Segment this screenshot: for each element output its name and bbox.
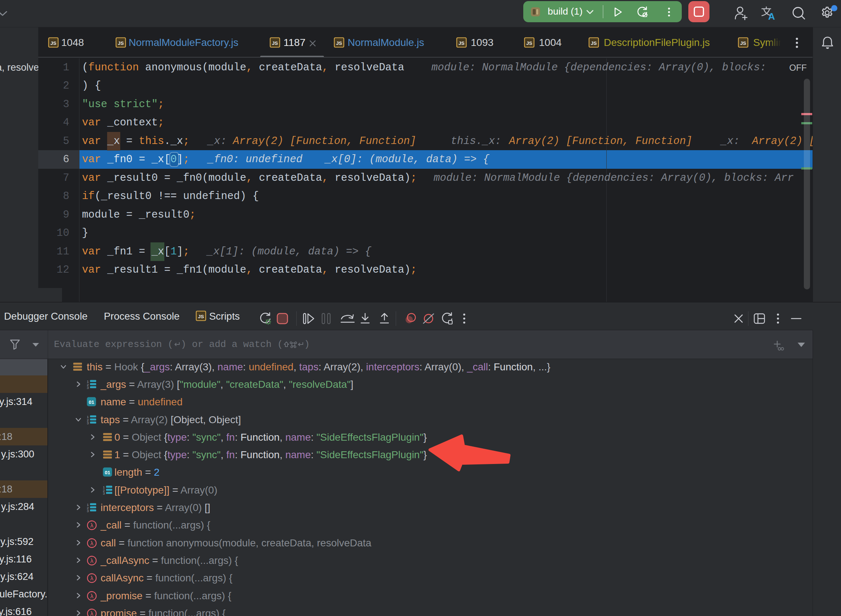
svg-text:λ: λ [90,610,94,616]
svg-text:λ: λ [90,557,94,564]
svg-text:JS: JS [336,41,342,46]
svg-text:JS: JS [459,41,464,46]
svg-text:JS: JS [198,314,204,319]
svg-text:λ: λ [90,522,94,529]
svg-text:λ: λ [90,540,94,547]
svg-text:01: 01 [105,470,110,475]
svg-text:JS: JS [118,41,124,46]
svg-text:JS: JS [590,41,597,46]
svg-text:3: 3 [103,491,105,494]
svg-text:JS: JS [272,41,278,46]
svg-text:3: 3 [87,509,89,512]
svg-text:λ: λ [90,575,94,582]
svg-text:JS: JS [740,41,746,46]
svg-text:01: 01 [89,399,94,405]
svg-text:A: A [768,11,775,21]
svg-text:JS: JS [50,41,57,46]
svg-text:λ: λ [90,593,94,600]
svg-text:3: 3 [87,386,89,389]
svg-text:3: 3 [87,421,89,424]
svg-text:JS: JS [526,41,532,46]
